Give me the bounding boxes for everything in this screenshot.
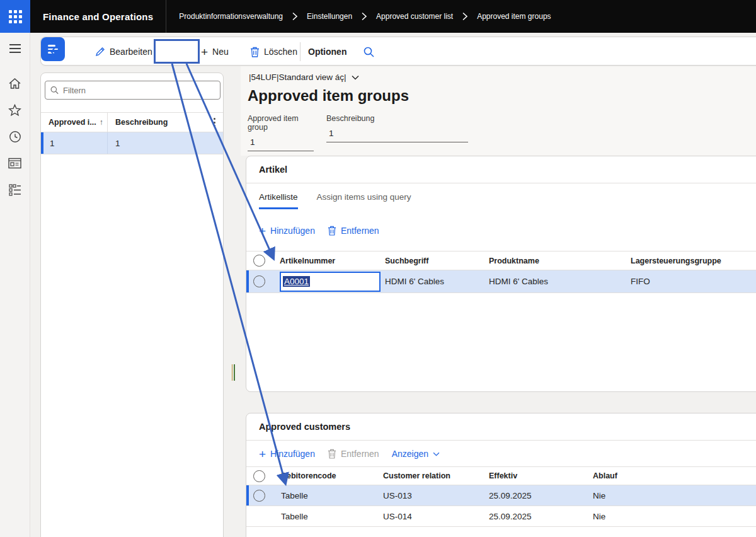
column-header-beschreibung[interactable]: Beschreibung: [108, 118, 205, 127]
filter-search-box[interactable]: [45, 81, 220, 100]
selection-bar: [246, 270, 249, 292]
favorites-star-icon[interactable]: [0, 101, 30, 120]
items-grid-row-selected[interactable]: A0001 HDMI 6' Cables HDMI 6' Cables FIFO: [246, 270, 756, 293]
field-value-input[interactable]: 1: [326, 127, 468, 142]
trash-icon: [250, 47, 260, 57]
select-all-column[interactable]: [246, 467, 281, 485]
topbar-divider: [166, 0, 166, 33]
items-add-button[interactable]: + Hinzufügen: [259, 225, 315, 237]
column-header-suchbegriff[interactable]: Suchbegriff: [385, 251, 489, 270]
tab-artikelliste[interactable]: Artikelliste: [259, 192, 298, 209]
modules-list-icon[interactable]: [0, 180, 30, 199]
column-header-lagersteuerungsgruppe[interactable]: Lagersteuerungsgruppe: [631, 251, 756, 270]
customers-grid-row-selected[interactable]: Tabelle US-013 25.09.2025 Nie: [246, 485, 756, 506]
select-all-column[interactable]: [246, 251, 280, 270]
new-label: Neu: [212, 47, 229, 57]
breadcrumb-module[interactable]: Produktinformationsverwaltung: [179, 12, 283, 21]
cell-suchbegriff: HDMI 6' Cables: [385, 270, 489, 293]
items-section-header[interactable]: Artikel: [246, 156, 756, 183]
toolbar-divider: [300, 42, 301, 61]
record-list-grid: Approved i... ↑ Beschreibung 1 1: [41, 112, 223, 154]
field-approved-item-group: Approved item group 1: [248, 114, 314, 151]
items-action-bar: + Hinzufügen Entfernen: [246, 223, 756, 238]
row-select-cell[interactable]: [246, 506, 281, 527]
app-title: Finance and Operations: [43, 11, 153, 22]
customers-grid-header-row: Debitorencode Customer relation Effektiv…: [246, 467, 756, 485]
selected-text: A0001: [283, 276, 310, 287]
edit-label: Bearbeiten: [110, 47, 152, 57]
cell-customer-relation-link[interactable]: US-013: [383, 485, 489, 506]
field-label: Beschreibung: [326, 114, 468, 123]
workspace-form-icon[interactable]: [0, 154, 30, 173]
select-all-radio[interactable]: [253, 255, 265, 267]
row-select-cell[interactable]: [246, 270, 280, 293]
row-radio[interactable]: [253, 490, 265, 502]
select-all-radio[interactable]: [253, 470, 265, 482]
back-button[interactable]: [50, 42, 62, 62]
record-list-row-selected[interactable]: 1 1: [41, 132, 223, 154]
field-beschreibung: Beschreibung 1: [326, 114, 468, 142]
plus-icon: +: [259, 448, 266, 460]
action-pane: Bearbeiten + Neu Löschen Optionen: [40, 37, 756, 66]
cell-artikelnummer[interactable]: A0001: [280, 270, 385, 293]
column-header-debitorencode[interactable]: Debitorencode: [281, 467, 383, 485]
breadcrumb-approved-customer-list[interactable]: Approved customer list: [376, 12, 453, 21]
cell-lagersteuerungsgruppe: FIFO: [631, 270, 756, 293]
customers-show-button[interactable]: Anzeigen: [392, 449, 440, 459]
column-header-approved-item-group[interactable]: Approved i... ↑: [41, 113, 108, 132]
waffle-icon: [9, 10, 22, 23]
items-remove-button[interactable]: Entfernen: [328, 226, 379, 236]
panel-splitter-handle[interactable]: [231, 364, 236, 381]
grid-more-options-button[interactable]: [205, 118, 223, 127]
customers-section-header[interactable]: Approved customers: [246, 413, 756, 441]
home-icon[interactable]: [0, 74, 30, 93]
chevron-right-icon: [361, 12, 367, 21]
new-button[interactable]: + Neu: [201, 42, 229, 62]
column-header-produktname[interactable]: Produktname: [489, 251, 631, 270]
customers-add-button[interactable]: + Hinzufügen: [259, 448, 315, 460]
chevron-down-icon: [433, 452, 440, 456]
cell-beschreibung: 1: [108, 139, 223, 148]
filter-input[interactable]: [63, 86, 215, 95]
items-grid: Artikelnummer Suchbegriff Produktname La…: [246, 251, 756, 293]
hamburger-menu-icon[interactable]: [0, 39, 30, 58]
cell-effektiv: 25.09.2025: [489, 485, 593, 506]
toolbar-search-button[interactable]: [364, 42, 374, 62]
cell-produktname: HDMI 6' Cables: [489, 270, 631, 293]
search-icon: [50, 86, 59, 95]
column-header-customer-relation[interactable]: Customer relation: [383, 467, 489, 485]
show-label: Anzeigen: [392, 449, 428, 459]
delete-button[interactable]: Löschen: [250, 42, 297, 62]
breadcrumb-settings[interactable]: Einstellungen: [307, 12, 352, 21]
delete-label: Löschen: [264, 47, 297, 57]
tab-assign-items-using-query[interactable]: Assign items using query: [317, 192, 411, 209]
item-number-input[interactable]: A0001: [280, 272, 381, 292]
row-select-cell[interactable]: [246, 485, 281, 506]
column-header-ablauf[interactable]: Ablauf: [593, 467, 756, 485]
more-vertical-icon: [214, 118, 215, 127]
recent-clock-icon[interactable]: [0, 127, 30, 146]
app-launcher-button[interactable]: [0, 0, 30, 33]
back-arrow-icon: [50, 47, 62, 57]
breadcrumb-current-page: Approved item groups: [477, 12, 551, 21]
plus-icon: +: [201, 46, 208, 58]
column-header-effektiv[interactable]: Effektiv: [489, 467, 593, 485]
customers-remove-button[interactable]: Entfernen: [328, 449, 379, 459]
edit-button[interactable]: Bearbeiten: [95, 42, 152, 62]
row-radio[interactable]: [253, 275, 265, 287]
options-button[interactable]: Optionen: [308, 42, 346, 62]
remove-label: Entfernen: [341, 226, 379, 236]
remove-label: Entfernen: [341, 449, 379, 459]
field-value-input[interactable]: 1: [248, 136, 314, 151]
view-selector[interactable]: |54LUF|Standard view áç|: [249, 72, 359, 82]
cell-ablauf: Nie: [593, 506, 756, 527]
column-header-artikelnummer[interactable]: Artikelnummer: [280, 251, 385, 270]
trash-icon: [328, 226, 336, 236]
cell-approved-item-group: 1: [41, 132, 108, 154]
customers-grid-row[interactable]: Tabelle US-014 25.09.2025 Nie: [246, 506, 756, 527]
record-list-panel: Approved i... ↑ Beschreibung 1 1: [40, 72, 224, 537]
cell-customer-relation: US-014: [383, 506, 489, 527]
page-header: |54LUF|Standard view áç| Approved item g…: [241, 66, 756, 156]
search-icon: [364, 47, 374, 57]
cell-debitorencode: Tabelle: [281, 506, 383, 527]
